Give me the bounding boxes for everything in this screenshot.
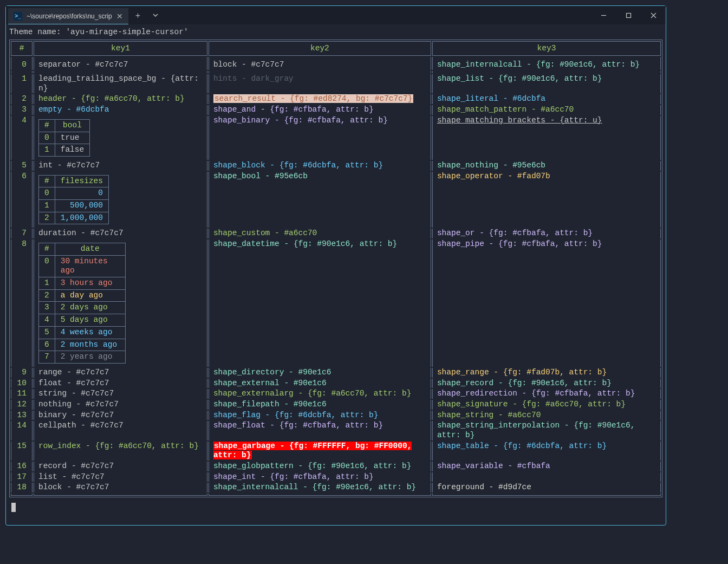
row-index: 16 bbox=[11, 462, 32, 471]
cell-key2: shape_garbage - {fg: #FFFFFF, bg: #FF000… bbox=[209, 442, 431, 461]
cell-key2: shape_directory - #90e1c6 bbox=[209, 368, 431, 378]
sub-val: 30 minutes ago bbox=[55, 255, 125, 277]
table-row: 11 string - #c7c7c7 shape_externalarg - … bbox=[11, 389, 661, 399]
sub-header-idx: # bbox=[39, 119, 55, 132]
cell-key2: shape_and - {fg: #cfbafa, attr: b} bbox=[209, 105, 431, 115]
sub-val: 1,000,000 bbox=[55, 212, 108, 224]
row-index: 17 bbox=[11, 472, 32, 482]
cell-key1: separator - #c7c7c7 bbox=[34, 57, 207, 70]
row-index: 9 bbox=[11, 368, 32, 378]
row-index: 8 bbox=[11, 239, 32, 367]
cell-key1: header - {fg: #a6cc70, attr: b} bbox=[34, 94, 207, 104]
cell-key2: shape_flag - {fg: #6dcbfa, attr: b} bbox=[209, 411, 431, 420]
cell-key1: leading_trailing_space_bg - {attr: n} bbox=[34, 74, 207, 93]
table-row: 9 range - #c7c7c7 shape_directory - #90e… bbox=[11, 368, 661, 378]
window-controls bbox=[591, 6, 666, 24]
cell-key2: shape_float - {fg: #cfbafa, attr: b} bbox=[209, 421, 431, 440]
table-row: 0 separator - #c7c7c7 block - #c7c7c7 sh… bbox=[11, 57, 661, 70]
table-row: 8 #date 030 minutes ago 13 hours ago 2a … bbox=[11, 239, 661, 367]
close-window-button[interactable] bbox=[641, 6, 666, 24]
cell-key1: range - #c7c7c7 bbox=[34, 368, 207, 378]
row-index: 10 bbox=[11, 379, 32, 388]
row-index: 13 bbox=[11, 411, 32, 420]
sub-val: true bbox=[55, 132, 90, 144]
header-key2: key2 bbox=[209, 41, 431, 56]
cell-key1: empty - #6dcbfa bbox=[34, 105, 207, 115]
sub-val: 2 years ago bbox=[55, 351, 125, 364]
cell-key3: shape_matching_brackets - {attr: u} bbox=[432, 116, 661, 160]
sub-val: false bbox=[55, 144, 90, 157]
cell-key1: float - #c7c7c7 bbox=[34, 379, 207, 388]
cell-key3 bbox=[432, 472, 661, 482]
sub-header-bool: bool bbox=[55, 119, 90, 132]
table-row: 15 row_index - {fg: #a6cc70, attr: b} sh… bbox=[11, 442, 661, 461]
sub-idx: 1 bbox=[39, 277, 55, 290]
row-index: 7 bbox=[11, 229, 32, 238]
sub-header-date: date bbox=[55, 243, 125, 256]
cell-key1: nothing - #c7c7c7 bbox=[34, 400, 207, 410]
sub-idx: 0 bbox=[39, 255, 55, 277]
cell-key2: shape_filepath - #90e1c6 bbox=[209, 400, 431, 410]
cell-key1: duration - #c7c7c7 bbox=[34, 229, 207, 238]
cursor-icon bbox=[11, 503, 16, 512]
cell-key2: shape_bool - #95e6cb bbox=[209, 172, 431, 228]
cell-key3: shape_operator - #fad07b bbox=[432, 172, 661, 228]
sub-val: 4 weeks ago bbox=[55, 326, 125, 339]
row-index: 2 bbox=[11, 94, 32, 104]
cell-key2: search_result - {fg: #ed8274, bg: #c7c7c… bbox=[209, 94, 431, 104]
minimize-button[interactable] bbox=[591, 6, 616, 24]
tab-strip: >_ ~\source\repos\forks\nu_scrip ✕ ＋ bbox=[6, 6, 164, 24]
sub-val: 5 days ago bbox=[55, 314, 125, 327]
cell-key1-date-table: #date 030 minutes ago 13 hours ago 2a da… bbox=[34, 239, 207, 367]
table-row: 3 empty - #6dcbfa shape_and - {fg: #cfba… bbox=[11, 105, 661, 115]
row-index: 4 bbox=[11, 116, 32, 160]
terminal-content[interactable]: Theme name: 'ayu-mirage-simple-cursor' #… bbox=[6, 24, 666, 525]
prompt-line[interactable] bbox=[9, 503, 662, 513]
table-row: 14 cellpath - #c7c7c7 shape_float - {fg:… bbox=[11, 421, 661, 440]
theme-name-line: Theme name: 'ayu-mirage-simple-cursor' bbox=[9, 28, 662, 37]
sub-idx: 0 bbox=[39, 187, 55, 200]
sub-val: 3 hours ago bbox=[55, 277, 125, 290]
cell-key3: shape_list - {fg: #90e1c6, attr: b} bbox=[432, 74, 661, 93]
cell-key1: int - #c7c7c7 bbox=[34, 161, 207, 171]
cell-key1-bool-table: #bool 0true 1false bbox=[34, 116, 207, 160]
table-row: 13 binary - #c7c7c7 shape_flag - {fg: #6… bbox=[11, 411, 661, 420]
cell-key1: block - #c7c7c7 bbox=[34, 483, 207, 492]
sub-val: 0 bbox=[55, 187, 108, 200]
tab-active[interactable]: >_ ~\source\repos\forks\nu_scrip ✕ bbox=[8, 8, 128, 24]
cell-key3: shape_signature - {fg: #a6cc70, attr: b} bbox=[432, 400, 661, 410]
svg-rect-1 bbox=[626, 13, 630, 17]
tab-dropdown-button[interactable] bbox=[147, 7, 164, 23]
new-tab-button[interactable]: ＋ bbox=[128, 7, 147, 23]
table-row: 5 int - #c7c7c7 shape_block - {fg: #6dcb… bbox=[11, 161, 661, 171]
sub-idx: 5 bbox=[39, 326, 55, 339]
cell-key3: shape_literal - #6dcbfa bbox=[432, 94, 661, 104]
maximize-button[interactable] bbox=[616, 6, 641, 24]
cell-key1: cellpath - #c7c7c7 bbox=[34, 421, 207, 440]
cell-key2: shape_internalcall - {fg: #90e1c6, attr:… bbox=[209, 483, 431, 492]
row-index: 12 bbox=[11, 400, 32, 410]
close-tab-icon[interactable]: ✕ bbox=[116, 12, 123, 21]
cell-key3: shape_match_pattern - #a6cc70 bbox=[432, 105, 661, 115]
sub-header-idx: # bbox=[39, 243, 55, 256]
cell-key2: block - #c7c7c7 bbox=[209, 57, 431, 70]
sub-idx: 4 bbox=[39, 314, 55, 327]
date-subtable: #date 030 minutes ago 13 hours ago 2a da… bbox=[38, 243, 126, 364]
cell-key2: shape_block - {fg: #6dcbfa, attr: b} bbox=[209, 161, 431, 171]
sub-idx: 1 bbox=[39, 144, 55, 157]
table-row: 18 block - #c7c7c7 shape_internalcall - … bbox=[11, 483, 661, 492]
row-index: 6 bbox=[11, 172, 32, 228]
cell-key3: foreground - #d9d7ce bbox=[432, 483, 661, 492]
header-key3: key3 bbox=[432, 41, 661, 56]
cell-key2: shape_globpattern - {fg: #90e1c6, attr: … bbox=[209, 462, 431, 471]
cell-key1: row_index - {fg: #a6cc70, attr: b} bbox=[34, 442, 207, 461]
table-row: 6 #filesizes 00 1500,000 21,000,000 shap… bbox=[11, 172, 661, 228]
cell-key1: string - #c7c7c7 bbox=[34, 389, 207, 399]
header-index: # bbox=[11, 41, 32, 56]
cell-key2: shape_int - {fg: #cfbafa, attr: b} bbox=[209, 472, 431, 482]
cell-key3: shape_or - {fg: #cfbafa, attr: b} bbox=[432, 229, 661, 238]
cell-key1-filesize-table: #filesizes 00 1500,000 21,000,000 bbox=[34, 172, 207, 228]
table-row: 16 record - #c7c7c7 shape_globpattern - … bbox=[11, 462, 661, 471]
filesize-subtable: #filesizes 00 1500,000 21,000,000 bbox=[38, 175, 109, 225]
row-index: 11 bbox=[11, 389, 32, 399]
